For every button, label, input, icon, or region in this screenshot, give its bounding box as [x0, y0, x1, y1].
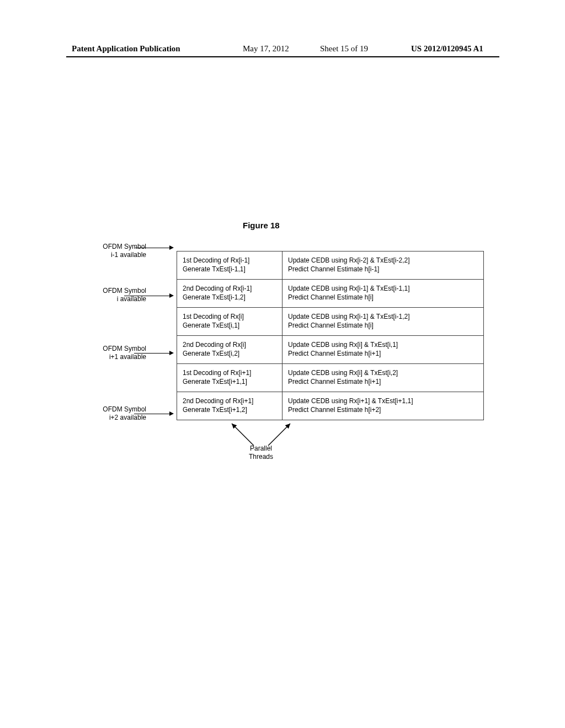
svg-line-0 — [232, 424, 254, 446]
header-docnum: US 2012/0120945 A1 — [411, 44, 483, 53]
cedb-cell: Update CEDB using Rx[i] & TxEst[i,1]Pred… — [282, 336, 483, 363]
arrow-head-3 — [169, 411, 174, 416]
decode-cell: 2nd Decoding of Rx[i]Generate TxEst[i,2] — [177, 336, 282, 363]
table-row: 1st Decoding of Rx[i]Generate TxEst[i,1]… — [177, 307, 483, 335]
table-row: 1st Decoding of Rx[i+1]Generate TxEst[i+… — [177, 363, 483, 392]
parallel-threads-label: ParallelThreads — [242, 445, 280, 461]
decode-cell: 1st Decoding of Rx[i-1]Generate TxEst[i-… — [177, 251, 282, 279]
cedb-cell: Update CEDB using Rx[i-1] & TxEst[i-1,2]… — [282, 308, 483, 335]
header-publication: Patent Application Publication — [72, 44, 180, 53]
callout-arrows-icon — [72, 418, 494, 457]
header-date: May 17, 2012 — [243, 44, 289, 53]
threads-table: 1st Decoding of Rx[i-1]Generate TxEst[i-… — [177, 251, 484, 420]
cedb-cell: Update CEDB using Rx[i-1] & TxEst[i-1,1]… — [282, 280, 483, 307]
cedb-cell: Update CEDB using Rx[i] & TxEst[i,2]Pred… — [282, 364, 483, 392]
arrow-head-2 — [169, 351, 174, 355]
symbol-label-im1: OFDM Symboli-1 available — [86, 243, 146, 259]
table-row: 2nd Decoding of Rx[i-1]Generate TxEst[i-… — [177, 279, 483, 307]
decode-cell: 1st Decoding of Rx[i]Generate TxEst[i,1] — [177, 308, 282, 335]
arrow-head-0 — [169, 245, 174, 250]
header-sheet: Sheet 15 of 19 — [320, 44, 368, 53]
header-rule — [66, 56, 499, 57]
decode-cell: 2nd Decoding of Rx[i+1]Generate TxEst[i+… — [177, 392, 282, 420]
symbol-label-i: OFDM Symboli available — [86, 287, 146, 303]
page: Patent Application Publication May 17, 2… — [0, 0, 565, 728]
table-row: 2nd Decoding of Rx[i+1]Generate TxEst[i+… — [177, 392, 483, 420]
svg-line-1 — [268, 424, 290, 446]
cedb-cell: Update CEDB using Rx[i+1] & TxEst[i+1,1]… — [282, 392, 483, 420]
arrow-head-1 — [169, 293, 174, 298]
arrow-line-1 — [124, 296, 169, 296]
table-row: 2nd Decoding of Rx[i]Generate TxEst[i,2]… — [177, 335, 483, 363]
arrow-line-2 — [134, 353, 169, 354]
table-row: 1st Decoding of Rx[i-1]Generate TxEst[i-… — [177, 251, 483, 279]
decode-cell: 2nd Decoding of Rx[i-1]Generate TxEst[i-… — [177, 280, 282, 307]
figure-title: Figure 18 — [243, 221, 280, 230]
arrow-line-0 — [135, 248, 169, 248]
arrow-line-3 — [134, 414, 169, 414]
cedb-cell: Update CEDB using Rx[i-2] & TxEst[i-2,2]… — [282, 251, 483, 279]
decode-cell: 1st Decoding of Rx[i+1]Generate TxEst[i+… — [177, 364, 282, 392]
